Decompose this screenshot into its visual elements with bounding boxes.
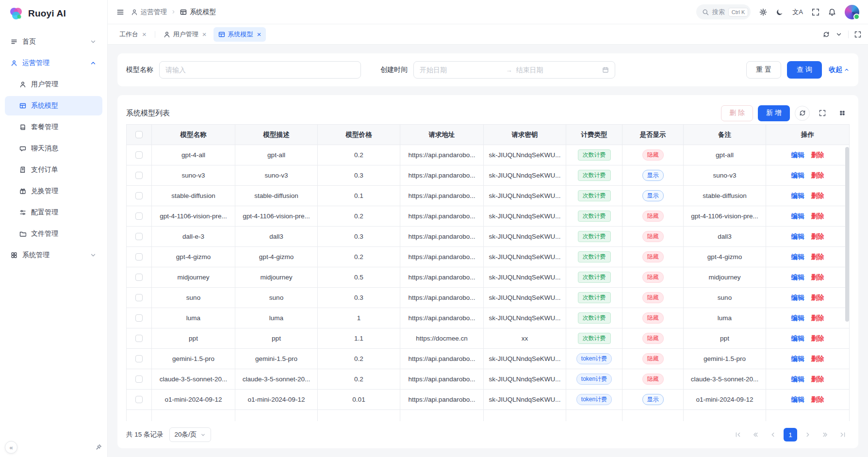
sidebar-subitem[interactable]: 兑换管理 [5, 181, 102, 201]
delete-link[interactable]: 删除 [811, 396, 824, 403]
edit-link[interactable]: 编辑 [791, 294, 804, 301]
settings-button[interactable] [759, 8, 767, 16]
edit-link[interactable]: 编辑 [791, 335, 804, 342]
sidebar-subitem[interactable]: 文件管理 [5, 224, 102, 244]
sidebar-subitem-label: 配置管理 [31, 208, 58, 217]
batch-delete-button[interactable]: 删 除 [721, 105, 753, 121]
edit-link[interactable]: 编辑 [791, 314, 804, 322]
row-checkbox[interactable] [135, 151, 143, 159]
table-fullscreen-button[interactable] [815, 106, 830, 121]
cell-model-desc: suno-v3 [235, 165, 318, 186]
edit-link[interactable]: 编辑 [791, 192, 804, 199]
row-checkbox[interactable] [135, 274, 143, 281]
sidebar-subitem[interactable]: 支付订单 [5, 160, 102, 180]
breadcrumb-item-operations[interactable]: 运营管理 [131, 8, 167, 16]
row-checkbox[interactable] [135, 253, 143, 261]
tab-user-management[interactable]: 用户管理 × [159, 27, 212, 42]
pin-icon[interactable] [95, 444, 102, 452]
sidebar-subitem[interactable]: 系统模型 [5, 96, 102, 115]
row-checkbox[interactable] [135, 355, 143, 362]
collapse-filter-link[interactable]: 收起 [829, 65, 850, 74]
delete-link[interactable]: 删除 [811, 355, 824, 362]
edit-link[interactable]: 编辑 [791, 375, 804, 383]
sidebar-subitem[interactable]: 聊天消息 [5, 139, 102, 158]
sidebar-subitem[interactable]: 配置管理 [5, 203, 102, 222]
delete-link[interactable]: 删除 [811, 212, 824, 220]
table-scrollbar-thumb[interactable] [845, 147, 849, 322]
sidebar-toggle-button[interactable] [116, 8, 124, 16]
edit-link[interactable]: 编辑 [791, 212, 804, 220]
translate-button[interactable]: 文A [792, 9, 803, 15]
row-checkbox[interactable] [135, 396, 143, 403]
column-settings-button[interactable] [835, 106, 850, 121]
delete-link[interactable]: 删除 [811, 253, 824, 261]
page-size-select[interactable]: 20条/页 [169, 427, 212, 442]
row-checkbox[interactable] [135, 314, 143, 322]
tab-workbench[interactable]: 工作台 × [115, 27, 151, 42]
add-button[interactable]: 新 增 [758, 105, 790, 121]
delete-link[interactable]: 删除 [811, 294, 824, 301]
edit-link[interactable]: 编辑 [791, 151, 804, 159]
prev-group-button[interactable] [749, 428, 762, 441]
sidebar-item-system[interactable]: 系统管理 [5, 245, 102, 265]
global-search[interactable]: 搜索 Ctrl K [696, 4, 751, 19]
fullscreen-button[interactable] [812, 8, 819, 16]
dark-mode-button[interactable] [776, 8, 784, 16]
row-checkbox[interactable] [135, 233, 143, 240]
breadcrumb-item-model[interactable]: 系统模型 [180, 8, 216, 16]
row-checkbox[interactable] [135, 294, 143, 301]
reset-button[interactable]: 重 置 [746, 61, 781, 79]
delete-link[interactable]: 删除 [811, 172, 824, 179]
sidebar-subitem[interactable]: 用户管理 [5, 75, 102, 94]
refresh-table-button[interactable] [795, 106, 810, 121]
subitem-icon [19, 230, 26, 237]
sidebar-collapse-button[interactable]: « [5, 441, 17, 454]
delete-link[interactable]: 删除 [811, 192, 824, 199]
last-page-button[interactable] [836, 428, 850, 441]
notifications-button[interactable] [828, 8, 836, 16]
tab-system-model[interactable]: 系统模型 × [213, 27, 266, 42]
sidebar-item-home[interactable]: 首页 [5, 32, 102, 51]
delete-link[interactable]: 删除 [811, 233, 824, 240]
delete-link[interactable]: 删除 [811, 314, 824, 322]
delete-link[interactable]: 删除 [811, 335, 824, 342]
delete-link[interactable]: 删除 [811, 375, 824, 383]
prev-page-button[interactable] [766, 428, 780, 441]
refresh-tab-button[interactable] [823, 31, 830, 38]
edit-link[interactable]: 编辑 [791, 274, 804, 281]
avatar[interactable] [845, 5, 859, 19]
select-all-checkbox[interactable] [135, 131, 143, 138]
sidebar-subitem-label: 系统模型 [31, 101, 58, 110]
row-checkbox[interactable] [135, 172, 143, 179]
current-page[interactable]: 1 [784, 428, 797, 441]
model-name-input[interactable] [165, 66, 355, 74]
edit-link[interactable]: 编辑 [791, 396, 804, 403]
end-date-input[interactable] [516, 66, 599, 74]
next-group-button[interactable] [819, 428, 832, 441]
sidebar-item-operations[interactable]: 运营管理 [5, 53, 102, 73]
delete-link[interactable]: 删除 [811, 151, 824, 159]
first-page-button[interactable] [731, 428, 745, 441]
model-table: 模型名称 模型描述 模型价格 请求地址 请求密钥 计费类型 是否显示 备注 操作… [127, 125, 850, 421]
close-icon[interactable]: × [257, 31, 262, 38]
row-checkbox[interactable] [135, 375, 143, 383]
logo[interactable]: Ruoyi AI [0, 0, 107, 27]
next-page-button[interactable] [801, 428, 815, 441]
edit-link[interactable]: 编辑 [791, 355, 804, 362]
tab-menu-button[interactable] [835, 31, 842, 38]
sidebar-subitem[interactable]: 套餐管理 [5, 117, 102, 137]
query-button[interactable]: 查 询 [787, 61, 822, 79]
row-checkbox[interactable] [135, 212, 143, 220]
edit-link[interactable]: 编辑 [791, 172, 804, 179]
edit-link[interactable]: 编辑 [791, 253, 804, 261]
start-date-input[interactable] [420, 66, 502, 74]
delete-link[interactable]: 删除 [811, 274, 824, 281]
divider [848, 31, 849, 38]
maximize-content-button[interactable] [854, 31, 861, 38]
row-checkbox[interactable] [135, 192, 143, 199]
edit-link[interactable]: 编辑 [791, 233, 804, 240]
close-icon[interactable]: × [142, 31, 147, 38]
close-icon[interactable]: × [202, 31, 207, 38]
cell-remark: ppt [684, 328, 766, 349]
row-checkbox[interactable] [135, 335, 143, 342]
